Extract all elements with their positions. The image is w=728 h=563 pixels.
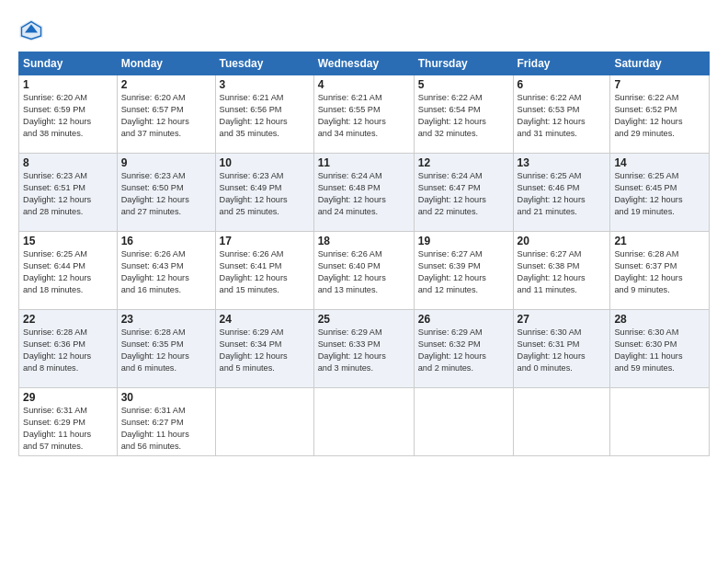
day-number: 12	[418, 156, 509, 169]
header-wednesday: Wednesday	[313, 52, 414, 75]
day-info: Sunrise: 6:25 AM Sunset: 6:44 PM Dayligh…	[23, 248, 113, 296]
calendar-cell: 3Sunrise: 6:21 AM Sunset: 6:56 PM Daylig…	[215, 75, 313, 154]
header-thursday: Thursday	[414, 52, 513, 75]
calendar-cell: 29Sunrise: 6:31 AM Sunset: 6:29 PM Dayli…	[19, 388, 118, 456]
day-info: Sunrise: 6:29 AM Sunset: 6:32 PM Dayligh…	[418, 327, 509, 374]
day-number: 3	[220, 78, 310, 91]
calendar-cell: 18Sunrise: 6:26 AM Sunset: 6:40 PM Dayli…	[313, 232, 414, 310]
calendar-cell: 13Sunrise: 6:25 AM Sunset: 6:46 PM Dayli…	[513, 154, 610, 232]
day-info: Sunrise: 6:26 AM Sunset: 6:41 PM Dayligh…	[220, 248, 310, 296]
header-friday: Friday	[513, 52, 610, 75]
calendar-cell: 1Sunrise: 6:20 AM Sunset: 6:59 PM Daylig…	[19, 75, 118, 154]
calendar-cell: 12Sunrise: 6:24 AM Sunset: 6:47 PM Dayli…	[414, 154, 513, 232]
day-number: 26	[418, 313, 509, 326]
header-tuesday: Tuesday	[215, 52, 313, 75]
day-number: 25	[318, 313, 410, 326]
day-info: Sunrise: 6:29 AM Sunset: 6:34 PM Dayligh…	[220, 327, 310, 374]
calendar-cell: 7Sunrise: 6:22 AM Sunset: 6:52 PM Daylig…	[610, 75, 710, 154]
day-number: 6	[518, 78, 607, 91]
day-number: 2	[121, 78, 211, 91]
day-number: 18	[318, 235, 410, 247]
calendar-cell: 30Sunrise: 6:31 AM Sunset: 6:27 PM Dayli…	[117, 388, 215, 456]
calendar-cell	[610, 388, 710, 456]
day-info: Sunrise: 6:23 AM Sunset: 6:51 PM Dayligh…	[23, 170, 113, 218]
day-number: 23	[121, 313, 211, 326]
calendar-cell	[313, 388, 414, 456]
calendar-cell: 11Sunrise: 6:24 AM Sunset: 6:48 PM Dayli…	[313, 154, 414, 232]
day-number: 17	[220, 235, 310, 247]
day-info: Sunrise: 6:26 AM Sunset: 6:40 PM Dayligh…	[318, 248, 410, 296]
calendar-cell: 2Sunrise: 6:20 AM Sunset: 6:57 PM Daylig…	[117, 75, 215, 154]
day-info: Sunrise: 6:24 AM Sunset: 6:47 PM Dayligh…	[418, 170, 509, 218]
calendar-cell: 24Sunrise: 6:29 AM Sunset: 6:34 PM Dayli…	[215, 310, 313, 388]
weekday-header-row: Sunday Monday Tuesday Wednesday Thursday…	[19, 52, 710, 75]
header	[18, 17, 710, 42]
day-number: 11	[318, 156, 410, 169]
calendar-page: Sunday Monday Tuesday Wednesday Thursday…	[0, 0, 728, 563]
calendar-cell: 19Sunrise: 6:27 AM Sunset: 6:39 PM Dayli…	[414, 232, 513, 310]
day-number: 8	[23, 156, 113, 169]
day-number: 30	[121, 391, 211, 404]
day-number: 13	[518, 156, 607, 169]
calendar-cell: 8Sunrise: 6:23 AM Sunset: 6:51 PM Daylig…	[19, 154, 118, 232]
calendar-cell: 28Sunrise: 6:30 AM Sunset: 6:30 PM Dayli…	[610, 310, 710, 388]
calendar-cell	[414, 388, 513, 456]
calendar-week-row: 22Sunrise: 6:28 AM Sunset: 6:36 PM Dayli…	[19, 310, 710, 388]
calendar-cell: 27Sunrise: 6:30 AM Sunset: 6:31 PM Dayli…	[513, 310, 610, 388]
day-number: 24	[220, 313, 310, 326]
day-number: 16	[121, 235, 211, 247]
calendar-cell: 5Sunrise: 6:22 AM Sunset: 6:54 PM Daylig…	[414, 75, 513, 154]
calendar-cell: 23Sunrise: 6:28 AM Sunset: 6:35 PM Dayli…	[117, 310, 215, 388]
calendar-cell: 4Sunrise: 6:21 AM Sunset: 6:55 PM Daylig…	[313, 75, 414, 154]
calendar-week-row: 1Sunrise: 6:20 AM Sunset: 6:59 PM Daylig…	[19, 75, 710, 154]
day-number: 14	[614, 156, 705, 169]
day-info: Sunrise: 6:25 AM Sunset: 6:45 PM Dayligh…	[614, 170, 705, 218]
day-number: 28	[614, 313, 705, 326]
day-info: Sunrise: 6:23 AM Sunset: 6:50 PM Dayligh…	[121, 170, 211, 218]
day-info: Sunrise: 6:28 AM Sunset: 6:35 PM Dayligh…	[121, 327, 211, 374]
day-info: Sunrise: 6:28 AM Sunset: 6:37 PM Dayligh…	[614, 248, 705, 296]
day-number: 7	[614, 78, 705, 91]
day-number: 20	[518, 235, 607, 247]
logo	[18, 17, 48, 42]
header-sunday: Sunday	[19, 52, 118, 75]
day-number: 22	[23, 313, 113, 326]
day-info: Sunrise: 6:27 AM Sunset: 6:38 PM Dayligh…	[518, 248, 607, 296]
day-number: 27	[518, 313, 607, 326]
day-info: Sunrise: 6:28 AM Sunset: 6:36 PM Dayligh…	[23, 327, 113, 374]
day-info: Sunrise: 6:21 AM Sunset: 6:56 PM Dayligh…	[220, 92, 310, 140]
day-number: 1	[23, 78, 113, 91]
day-info: Sunrise: 6:26 AM Sunset: 6:43 PM Dayligh…	[121, 248, 211, 296]
calendar-cell: 16Sunrise: 6:26 AM Sunset: 6:43 PM Dayli…	[117, 232, 215, 310]
calendar-cell: 10Sunrise: 6:23 AM Sunset: 6:49 PM Dayli…	[215, 154, 313, 232]
calendar-cell: 22Sunrise: 6:28 AM Sunset: 6:36 PM Dayli…	[19, 310, 118, 388]
calendar-week-row: 29Sunrise: 6:31 AM Sunset: 6:29 PM Dayli…	[19, 388, 710, 456]
day-info: Sunrise: 6:30 AM Sunset: 6:31 PM Dayligh…	[518, 327, 607, 374]
day-number: 5	[418, 78, 509, 91]
calendar-cell: 17Sunrise: 6:26 AM Sunset: 6:41 PM Dayli…	[215, 232, 313, 310]
day-info: Sunrise: 6:24 AM Sunset: 6:48 PM Dayligh…	[318, 170, 410, 218]
day-info: Sunrise: 6:22 AM Sunset: 6:53 PM Dayligh…	[518, 92, 607, 140]
day-info: Sunrise: 6:31 AM Sunset: 6:29 PM Dayligh…	[23, 405, 113, 453]
calendar-cell: 26Sunrise: 6:29 AM Sunset: 6:32 PM Dayli…	[414, 310, 513, 388]
calendar-week-row: 15Sunrise: 6:25 AM Sunset: 6:44 PM Dayli…	[19, 232, 710, 310]
calendar-cell: 21Sunrise: 6:28 AM Sunset: 6:37 PM Dayli…	[610, 232, 710, 310]
day-info: Sunrise: 6:20 AM Sunset: 6:57 PM Dayligh…	[121, 92, 211, 140]
day-info: Sunrise: 6:25 AM Sunset: 6:46 PM Dayligh…	[518, 170, 607, 218]
calendar-cell	[215, 388, 313, 456]
day-number: 29	[23, 391, 113, 404]
header-monday: Monday	[117, 52, 215, 75]
calendar-cell: 14Sunrise: 6:25 AM Sunset: 6:45 PM Dayli…	[610, 154, 710, 232]
day-number: 21	[614, 235, 705, 247]
day-number: 4	[318, 78, 410, 91]
calendar-cell	[513, 388, 610, 456]
day-info: Sunrise: 6:30 AM Sunset: 6:30 PM Dayligh…	[614, 327, 705, 374]
logo-icon	[18, 17, 44, 42]
calendar-cell: 6Sunrise: 6:22 AM Sunset: 6:53 PM Daylig…	[513, 75, 610, 154]
calendar-cell: 9Sunrise: 6:23 AM Sunset: 6:50 PM Daylig…	[117, 154, 215, 232]
day-number: 19	[418, 235, 509, 247]
calendar-cell: 15Sunrise: 6:25 AM Sunset: 6:44 PM Dayli…	[19, 232, 118, 310]
calendar-table: Sunday Monday Tuesday Wednesday Thursday…	[18, 52, 710, 456]
calendar-week-row: 8Sunrise: 6:23 AM Sunset: 6:51 PM Daylig…	[19, 154, 710, 232]
day-info: Sunrise: 6:29 AM Sunset: 6:33 PM Dayligh…	[318, 327, 410, 374]
